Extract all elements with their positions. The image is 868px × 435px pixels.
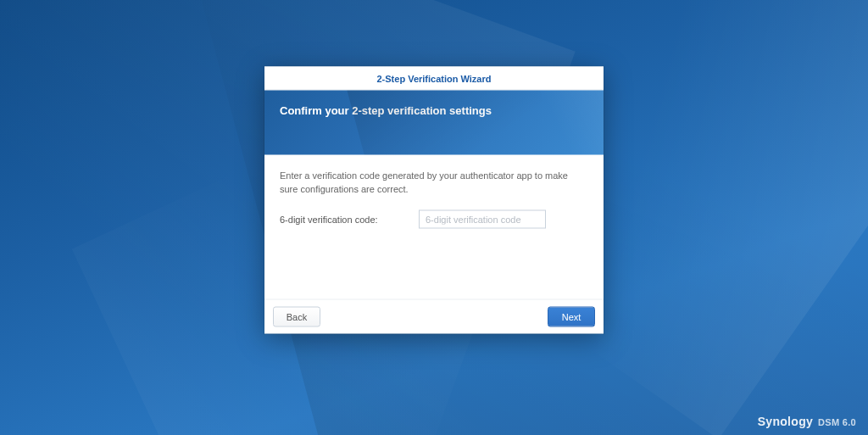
verification-code-input[interactable]	[419, 209, 546, 228]
dialog-title: 2-Step Verification Wizard	[264, 66, 604, 90]
dialog-body: Enter a verification code generated by y…	[264, 154, 604, 298]
brand-footer: Synology DSM 6.0	[758, 415, 856, 428]
brand-name: Synology	[758, 415, 813, 428]
back-button[interactable]: Back	[273, 306, 320, 326]
brand-product: DSM 6.0	[818, 417, 856, 427]
dialog-footer: Back Next	[264, 298, 604, 333]
verification-code-label: 6-digit verification code:	[280, 214, 407, 224]
dialog-banner: Confirm your 2-step verification setting…	[264, 90, 604, 154]
next-button[interactable]: Next	[548, 306, 595, 326]
banner-heading: Confirm your 2-step verification setting…	[264, 90, 604, 116]
instruction-text: Enter a verification code generated by y…	[280, 168, 588, 196]
verification-code-row: 6-digit verification code:	[280, 209, 588, 228]
two-step-verification-wizard-dialog: 2-Step Verification Wizard Confirm your …	[264, 66, 604, 333]
